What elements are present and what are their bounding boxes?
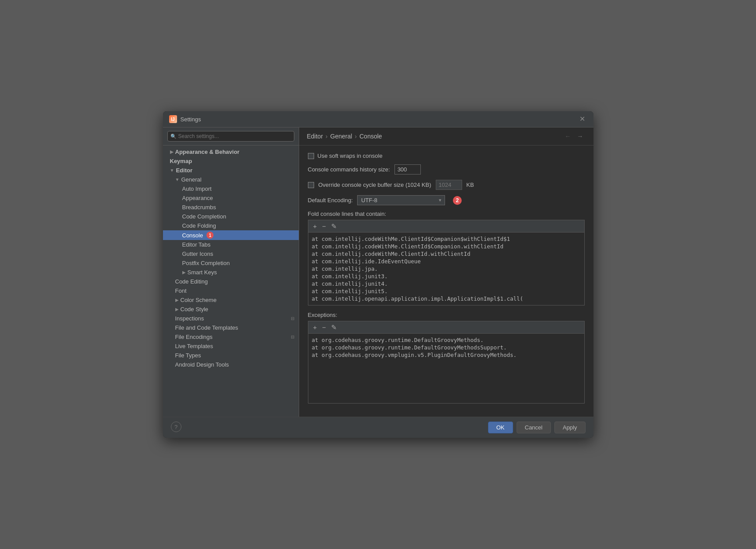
sidebar-item-general[interactable]: ▼ General — [163, 175, 299, 184]
sidebar-item-android-design-tools[interactable]: Android Design Tools — [163, 360, 299, 369]
left-panel: 🔍 ▶ Appearance & Behavior Keymap ▼ Edito… — [163, 127, 299, 417]
forward-button[interactable]: → — [575, 132, 586, 141]
sidebar-item-font[interactable]: Font — [163, 286, 299, 295]
search-bar: 🔍 — [163, 127, 299, 145]
breadcrumb-bar: Editor › General › Console ← → — [299, 127, 593, 145]
close-button[interactable]: ✕ — [577, 115, 587, 124]
back-button[interactable]: ← — [563, 132, 573, 141]
exceptions-toolbar: + − ✎ — [308, 321, 585, 333]
list-item: at org.codehaus.groovy.runtime.DefaultGr… — [312, 336, 581, 344]
settings-dialog: IJ Settings ✕ 🔍 ▶ Appearance & Behavior … — [163, 111, 593, 438]
cycle-buffer-value: 1024 — [436, 180, 462, 190]
sidebar-item-code-style[interactable]: ▶ Code Style — [163, 305, 299, 314]
dialog-body: 🔍 ▶ Appearance & Behavior Keymap ▼ Edito… — [163, 127, 593, 417]
content-area: Use soft wraps in console Console comman… — [299, 145, 593, 417]
sidebar-item-editor-tabs[interactable]: Editor Tabs — [163, 240, 299, 249]
soft-wraps-checkbox-wrap: Use soft wraps in console — [308, 153, 383, 159]
nav-arrows: ← → — [563, 132, 586, 141]
search-wrap: 🔍 — [167, 131, 294, 142]
sidebar-item-code-completion[interactable]: Code Completion — [163, 212, 299, 221]
title-bar: IJ Settings ✕ — [163, 111, 593, 127]
expand-icon: ▼ — [170, 168, 174, 173]
sidebar-item-live-templates[interactable]: Live Templates — [163, 342, 299, 351]
cycle-buffer-checkbox[interactable] — [308, 182, 314, 188]
breadcrumb-console: Console — [359, 133, 382, 140]
sidebar-item-code-editing[interactable]: Code Editing — [163, 277, 299, 286]
cancel-button[interactable]: Cancel — [517, 422, 551, 433]
history-size-row: Console commands history size: — [308, 164, 585, 175]
sidebar-item-appearance[interactable]: Appearance — [163, 193, 299, 203]
sidebar-item-console[interactable]: Console 1 — [163, 230, 299, 240]
sidebar-item-editor[interactable]: ▼ Editor — [163, 166, 299, 175]
encoding-select[interactable]: UTF-8 UTF-16 ISO-8859-1 US-ASCII — [357, 195, 445, 205]
history-size-input[interactable] — [394, 164, 421, 175]
exceptions-section: Exceptions: + − ✎ at org.codehaus.groovy… — [308, 312, 585, 404]
breadcrumb-sep-1: › — [326, 133, 328, 140]
cycle-buffer-unit: KB — [467, 182, 474, 188]
soft-wraps-checkbox[interactable] — [308, 153, 314, 159]
list-item: at com.intellij.junit4. — [312, 280, 581, 287]
app-icon: IJ — [169, 115, 177, 123]
ok-button[interactable]: OK — [488, 422, 513, 433]
fold-list-box: at com.intellij.codeWithMe.ClientId$Comp… — [308, 232, 585, 305]
expand-icon: ▶ — [170, 149, 174, 154]
cycle-buffer-label: Override console cycle buffer size (1024… — [318, 182, 431, 188]
file-encodings-icon: ⊟ — [291, 334, 294, 339]
history-size-label: Console commands history size: — [308, 166, 390, 173]
encoding-badge: 2 — [453, 196, 462, 205]
expand-icon: ▼ — [175, 177, 180, 182]
sidebar-item-file-encodings[interactable]: File Encodings ⊟ — [163, 332, 299, 342]
sidebar-item-code-folding[interactable]: Code Folding — [163, 221, 299, 230]
fold-toolbar: + − ✎ — [308, 220, 585, 232]
fold-add-button[interactable]: + — [311, 222, 319, 230]
encoding-label: Default Encoding: — [308, 197, 353, 204]
soft-wraps-row: Use soft wraps in console — [308, 153, 585, 159]
help-button[interactable]: ? — [171, 422, 181, 432]
list-item: at com.intellij.codeWithMe.ClientId.with… — [312, 250, 581, 258]
sidebar-item-inspections[interactable]: Inspections ⊟ — [163, 314, 299, 323]
sidebar-item-auto-import[interactable]: Auto Import — [163, 184, 299, 193]
footer-left: ? — [171, 422, 485, 433]
sidebar-item-appearance-behavior[interactable]: ▶ Appearance & Behavior — [163, 147, 299, 156]
exceptions-remove-button[interactable]: − — [320, 323, 328, 331]
exceptions-add-button[interactable]: + — [311, 323, 319, 331]
sidebar-item-color-scheme[interactable]: ▶ Color Scheme — [163, 295, 299, 305]
sidebar-item-breadcrumbs[interactable]: Breadcrumbs — [163, 203, 299, 212]
console-badge: 1 — [206, 232, 213, 239]
sidebar-item-keymap[interactable]: Keymap — [163, 156, 299, 166]
fold-console-label: Fold console lines that contain: — [308, 211, 585, 217]
apply-button[interactable]: Apply — [554, 422, 586, 433]
breadcrumb-editor: Editor — [307, 133, 323, 140]
list-item: at com.intellij.codeWithMe.ClientId$Comp… — [312, 243, 581, 250]
sidebar-item-smart-keys[interactable]: ▶ Smart Keys — [163, 268, 299, 277]
list-item: at com.intellij.openapi.application.impl… — [312, 295, 581, 302]
sidebar-item-postfix-completion[interactable]: Postfix Completion — [163, 258, 299, 268]
breadcrumb-sep-2: › — [355, 133, 357, 140]
encoding-select-wrap: UTF-8 UTF-16 ISO-8859-1 US-ASCII ▾ — [357, 195, 445, 205]
encoding-row: Default Encoding: UTF-8 UTF-16 ISO-8859-… — [308, 195, 585, 205]
fold-remove-button[interactable]: − — [320, 222, 328, 230]
list-item: at com.intellij.ide.IdeEventQueue — [312, 258, 581, 265]
exceptions-list-box: at org.codehaus.groovy.runtime.DefaultGr… — [308, 333, 585, 404]
dialog-title: Settings — [181, 116, 201, 123]
right-panel: Editor › General › Console ← → Use soft … — [299, 127, 593, 417]
title-bar-left: IJ Settings — [169, 115, 201, 123]
list-item: at com.intellij.codeWithMe.ClientId$Comp… — [312, 235, 581, 243]
list-item: at com.intellij.jpa. — [312, 265, 581, 273]
list-item: at org.codehaus.groovy.runtime.DefaultGr… — [312, 344, 581, 351]
inspections-icon: ⊟ — [291, 316, 294, 321]
exceptions-label: Exceptions: — [308, 312, 585, 318]
exceptions-edit-button[interactable]: ✎ — [329, 323, 339, 331]
list-item: at com.intellij.junit3. — [312, 273, 581, 280]
sidebar-item-gutter-icons[interactable]: Gutter Icons — [163, 249, 299, 258]
settings-tree: ▶ Appearance & Behavior Keymap ▼ Editor … — [163, 145, 299, 417]
sidebar-item-file-code-templates[interactable]: File and Code Templates — [163, 323, 299, 332]
soft-wraps-label: Use soft wraps in console — [318, 153, 383, 159]
expand-icon: ▶ — [175, 307, 179, 312]
search-input[interactable] — [167, 131, 294, 142]
expand-icon: ▶ — [175, 298, 179, 302]
fold-edit-button[interactable]: ✎ — [329, 222, 339, 230]
breadcrumb-general: General — [330, 133, 352, 140]
sidebar-item-file-types[interactable]: File Types — [163, 351, 299, 360]
list-item: at org.codehaus.groovy.vmplugin.v5.Plugi… — [312, 351, 581, 359]
